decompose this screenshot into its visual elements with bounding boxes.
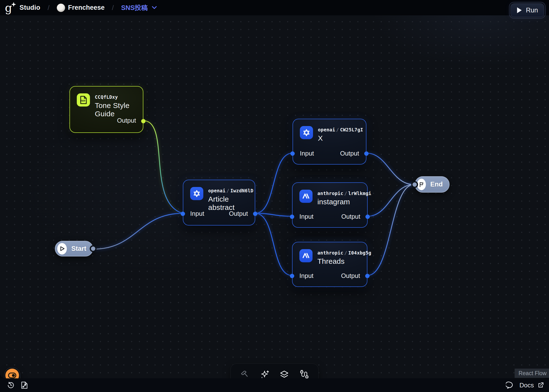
edge-tone-article[interactable] xyxy=(143,121,183,213)
history-icon xyxy=(7,381,15,389)
node-title: Article abstract xyxy=(208,195,254,212)
ai-sparkles-button[interactable] xyxy=(260,369,270,378)
node-instagram[interactable]: anthropic/lrWlkmgi instagram Input Outpu… xyxy=(292,182,368,228)
flow-name: SNS投稿 xyxy=(121,3,148,12)
node-provider: anthropic xyxy=(317,250,343,255)
node-provider: anthropic xyxy=(317,191,343,196)
anthropic-icon xyxy=(299,190,313,203)
node-id: CW25L7gI xyxy=(340,127,363,132)
end-input-port[interactable] xyxy=(411,181,418,188)
chevron-down-icon xyxy=(152,6,157,10)
hammer-icon xyxy=(240,369,250,378)
input-label: Input xyxy=(300,150,314,157)
node-end[interactable]: End xyxy=(415,176,450,193)
output-port[interactable] xyxy=(141,119,146,123)
app-name: Studio xyxy=(20,4,40,11)
node-id: CCQfLDxy xyxy=(95,94,137,100)
attribution-badge[interactable]: React Flow xyxy=(515,369,549,378)
input-label: Input xyxy=(299,272,314,280)
node-id: lrWlkmgi xyxy=(348,191,371,196)
output-label: Output xyxy=(229,210,248,217)
breadcrumb: g Studio / Frencheese / SNS投稿 xyxy=(5,1,157,14)
studio-app: g Studio / Frencheese / SNS投稿 xyxy=(0,0,549,392)
app-logo-icon[interactable]: g xyxy=(5,1,16,14)
connectors-button[interactable] xyxy=(299,369,309,378)
flow-canvas[interactable]: TXT CCQfLDxy Tone Style Guide Output xyxy=(0,15,549,378)
feedback-button[interactable] xyxy=(506,381,514,389)
edge-article-x[interactable] xyxy=(255,153,293,213)
toggle-icon xyxy=(8,372,17,378)
edge-x-end[interactable] xyxy=(366,153,414,185)
input-port[interactable] xyxy=(290,274,294,278)
node-start[interactable]: Start xyxy=(55,241,93,256)
export-file-icon xyxy=(20,381,28,389)
workspace-avatar xyxy=(57,4,65,12)
node-title: Threads xyxy=(317,257,371,265)
edge-layer xyxy=(0,15,549,378)
status-bar: Docs xyxy=(0,378,549,392)
layers-button[interactable] xyxy=(279,369,289,378)
node-provider: openai xyxy=(208,188,225,193)
edge-article-threads[interactable] xyxy=(255,213,292,275)
output-port[interactable] xyxy=(365,215,370,219)
node-threads[interactable]: anthropic/I04xbg5g Threads Input Output xyxy=(292,242,367,287)
sparkle-icon xyxy=(11,2,16,7)
node-title: X xyxy=(318,134,363,142)
anthropic-icon xyxy=(299,249,313,262)
breadcrumb-separator: / xyxy=(112,4,114,12)
output-label: Output xyxy=(117,117,136,124)
node-provider: openai xyxy=(318,127,335,132)
export-flow-button[interactable] xyxy=(20,381,28,389)
node-title: instagram xyxy=(317,198,371,206)
input-port[interactable] xyxy=(290,151,295,156)
edge-instagram-end[interactable] xyxy=(368,185,414,216)
node-x[interactable]: openai/CW25L7gI X Input Output xyxy=(293,119,366,165)
output-label: Output xyxy=(341,272,360,280)
input-port[interactable] xyxy=(181,212,185,216)
workspace-crumb[interactable]: Frencheese xyxy=(57,4,105,12)
breadcrumb-separator: / xyxy=(48,4,49,12)
start-label: Start xyxy=(71,245,86,253)
flow-selector[interactable]: SNS投稿 xyxy=(121,3,157,12)
node-id: IwzdN6lD xyxy=(230,188,254,193)
end-label: End xyxy=(430,181,443,188)
output-label: Output xyxy=(340,150,359,157)
chat-bubble-icon xyxy=(506,381,514,389)
input-label: Input xyxy=(299,213,314,220)
input-port[interactable] xyxy=(290,215,294,219)
svg-text:TXT: TXT xyxy=(80,99,86,102)
openai-icon xyxy=(300,126,313,139)
openai-icon xyxy=(190,187,203,200)
edge-start-article[interactable] xyxy=(93,213,183,249)
output-port[interactable] xyxy=(364,151,369,156)
run-button[interactable]: Run xyxy=(509,2,546,19)
visibility-toggle-button[interactable] xyxy=(5,369,19,378)
node-tone-style-guide[interactable]: TXT CCQfLDxy Tone Style Guide Output xyxy=(69,86,143,133)
docs-label: Docs xyxy=(520,382,534,389)
node-article-abstract[interactable]: openai/IwzdN6lD Article abstract Input O… xyxy=(183,180,255,225)
play-outline-icon xyxy=(59,246,65,251)
docs-link[interactable]: Docs xyxy=(520,382,544,389)
workspace-name: Frencheese xyxy=(68,4,105,11)
history-button[interactable] xyxy=(7,381,15,389)
run-button-label: Run xyxy=(526,7,538,14)
output-port[interactable] xyxy=(365,274,370,278)
edge-threads-end[interactable] xyxy=(367,185,414,275)
play-icon xyxy=(517,7,522,13)
output-port[interactable] xyxy=(253,212,257,216)
layers-icon xyxy=(279,369,289,378)
flag-icon xyxy=(419,182,424,187)
canvas-toolbar xyxy=(230,363,319,378)
node-title: Tone Style Guide xyxy=(95,101,137,118)
start-output-port[interactable] xyxy=(90,245,97,252)
top-bar: g Studio / Frencheese / SNS投稿 xyxy=(0,0,549,15)
output-label: Output xyxy=(341,213,360,220)
input-label: Input xyxy=(190,210,204,217)
txt-file-icon: TXT xyxy=(77,93,90,107)
sparkles-plus-icon xyxy=(260,369,270,378)
node-id: I04xbg5g xyxy=(348,250,371,255)
hammer-tool-button[interactable] xyxy=(240,369,250,378)
cable-icon xyxy=(299,369,309,378)
external-link-icon xyxy=(537,382,544,389)
